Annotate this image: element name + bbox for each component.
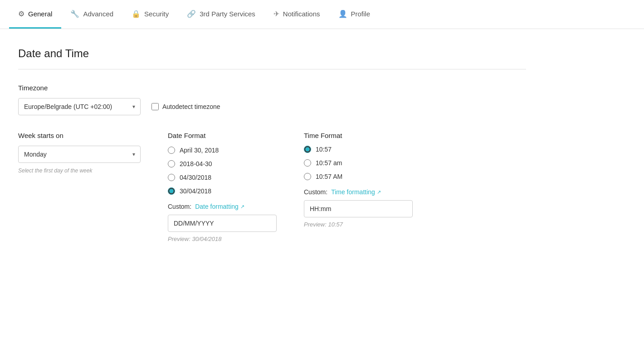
time-format-label: Time Format xyxy=(304,132,413,139)
nav-item-general[interactable]: ⚙ General xyxy=(9,0,61,29)
week-select[interactable]: Monday Tuesday Wednesday Thursday Friday… xyxy=(18,146,141,163)
time-format-option-3[interactable]: 10:57 AM xyxy=(304,173,413,180)
date-formatting-link-text: Date formatting xyxy=(195,203,239,210)
date-format-radio-3[interactable] xyxy=(168,174,175,181)
time-custom-label: Custom: xyxy=(304,188,327,196)
date-format-option-3[interactable]: 04/30/2018 xyxy=(168,174,277,181)
navigation: ⚙ General 🔧 Advanced 🔒 Security 🔗 3rd Pa… xyxy=(0,0,644,29)
week-select-wrapper: Monday Tuesday Wednesday Thursday Friday… xyxy=(18,146,141,163)
nav-label-advanced: Advanced xyxy=(83,10,113,18)
time-format-option-1-label: 10:57 xyxy=(316,146,332,153)
date-format-radio-1[interactable] xyxy=(168,147,175,154)
time-format-option-2-label: 10:57 am xyxy=(316,159,342,167)
timezone-select-wrapper: Europe/Belgrade (UTC +02:00) ▾ xyxy=(18,98,141,115)
time-format-radio-group: 10:57 10:57 am 10:57 AM xyxy=(304,146,413,180)
formats-row: Week starts on Monday Tuesday Wednesday … xyxy=(18,132,526,242)
date-format-input[interactable] xyxy=(168,215,277,232)
nav-item-3rdparty[interactable]: 🔗 3rd Party Services xyxy=(178,0,264,29)
external-link-icon: ↗ xyxy=(240,204,244,210)
date-format-option-2[interactable]: 2018-04-30 xyxy=(168,160,277,167)
person-icon: 👤 xyxy=(338,10,347,18)
timezone-section: Timezone Europe/Belgrade (UTC +02:00) ▾ … xyxy=(18,84,526,115)
date-format-option-4[interactable]: 30/04/2018 xyxy=(168,187,277,195)
week-hint: Select the first day of the week xyxy=(18,167,141,174)
time-format-radio-2[interactable] xyxy=(304,159,311,167)
date-format-radio-4[interactable] xyxy=(168,187,175,195)
nav-label-general: General xyxy=(28,10,52,18)
nav-label-notifications: Notifications xyxy=(283,10,320,18)
time-format-radio-1[interactable] xyxy=(304,146,311,153)
timezone-label: Timezone xyxy=(18,84,526,92)
nav-label-security: Security xyxy=(144,10,169,18)
time-external-link-icon: ↗ xyxy=(377,189,381,195)
time-formatting-link[interactable]: Time formatting ↗ xyxy=(331,188,381,196)
date-format-preview: Preview: 30/04/2018 xyxy=(168,236,277,242)
page-title: Date and Time xyxy=(18,47,526,60)
main-content: Date and Time Timezone Europe/Belgrade (… xyxy=(0,29,544,261)
nav-item-profile[interactable]: 👤 Profile xyxy=(329,0,380,29)
lock-icon: 🔒 xyxy=(132,10,141,18)
date-format-section: Date Format April 30, 2018 2018-04-30 04… xyxy=(168,132,277,242)
wrench-icon: 🔧 xyxy=(70,10,79,18)
link-icon: 🔗 xyxy=(187,10,196,18)
date-format-option-3-label: 04/30/2018 xyxy=(180,174,211,181)
send-icon: ✈ xyxy=(273,10,279,18)
date-format-option-1-label: April 30, 2018 xyxy=(180,147,219,154)
timezone-select[interactable]: Europe/Belgrade (UTC +02:00) xyxy=(18,98,141,115)
date-format-radio-2[interactable] xyxy=(168,160,175,167)
autodetect-checkbox[interactable] xyxy=(151,103,159,110)
date-format-option-4-label: 30/04/2018 xyxy=(180,187,211,195)
timezone-row: Europe/Belgrade (UTC +02:00) ▾ Autodetec… xyxy=(18,98,526,115)
time-format-input[interactable] xyxy=(304,200,413,217)
nav-item-advanced[interactable]: 🔧 Advanced xyxy=(61,0,122,29)
date-format-option-1[interactable]: April 30, 2018 xyxy=(168,147,277,154)
week-label: Week starts on xyxy=(18,132,141,139)
time-custom-row: Custom: Time formatting ↗ xyxy=(304,188,413,196)
time-format-radio-3[interactable] xyxy=(304,173,311,180)
date-formatting-link[interactable]: Date formatting ↗ xyxy=(195,203,244,210)
gear-icon: ⚙ xyxy=(18,10,24,18)
nav-label-profile: Profile xyxy=(351,10,371,18)
date-format-option-2-label: 2018-04-30 xyxy=(180,160,212,167)
divider xyxy=(18,69,526,69)
time-format-option-2[interactable]: 10:57 am xyxy=(304,159,413,167)
nav-item-security[interactable]: 🔒 Security xyxy=(122,0,178,29)
week-section: Week starts on Monday Tuesday Wednesday … xyxy=(18,132,141,174)
nav-item-notifications[interactable]: ✈ Notifications xyxy=(264,0,329,29)
time-format-section: Time Format 10:57 10:57 am 10:57 AM Cust… xyxy=(304,132,413,228)
date-custom-label: Custom: xyxy=(168,203,191,210)
nav-label-3rdparty: 3rd Party Services xyxy=(200,10,255,18)
date-format-radio-group: April 30, 2018 2018-04-30 04/30/2018 30/… xyxy=(168,147,277,195)
date-format-label: Date Format xyxy=(168,132,277,139)
time-formatting-link-text: Time formatting xyxy=(331,188,375,196)
autodetect-checkbox-label[interactable]: Autodetect timezone xyxy=(151,103,220,110)
date-custom-row: Custom: Date formatting ↗ xyxy=(168,203,277,210)
time-format-option-1[interactable]: 10:57 xyxy=(304,146,413,153)
time-format-preview: Preview: 10:57 xyxy=(304,221,413,228)
autodetect-label: Autodetect timezone xyxy=(162,103,220,110)
time-format-option-3-label: 10:57 AM xyxy=(316,173,342,180)
